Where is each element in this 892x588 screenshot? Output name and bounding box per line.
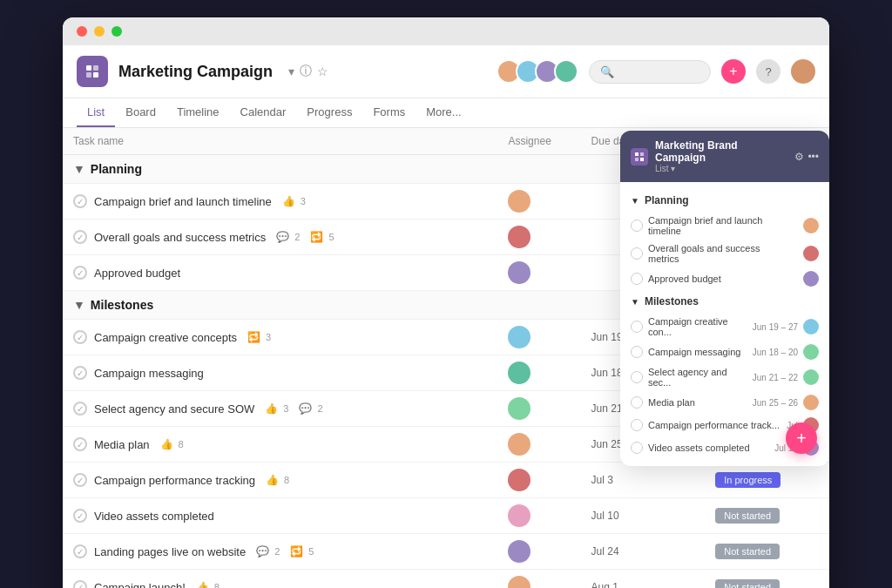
check-icon[interactable]: ✓ bbox=[73, 330, 87, 344]
panel-check-icon bbox=[631, 321, 643, 333]
help-button[interactable]: ? bbox=[756, 59, 780, 84]
svg-rect-2 bbox=[86, 72, 91, 78]
assignee-avatar bbox=[508, 261, 530, 284]
assignee-avatar bbox=[508, 362, 530, 384]
project-name: Marketing Campaign bbox=[118, 63, 273, 81]
status-cell: Not started bbox=[705, 534, 829, 570]
check-icon[interactable]: ✓ bbox=[73, 544, 87, 558]
table-row[interactable]: ✓ Video assets completed Jul 10 Not star… bbox=[63, 498, 829, 534]
tab-progress[interactable]: Progress bbox=[296, 98, 362, 127]
check-icon[interactable]: ✓ bbox=[73, 437, 87, 451]
assignee-cell bbox=[497, 355, 580, 391]
tab-forms[interactable]: Forms bbox=[362, 98, 416, 127]
table-row[interactable]: ✓ Landing pages live on website 💬 2🔁 5 J… bbox=[63, 534, 829, 570]
side-panel-title: Marketing Brand Campaign bbox=[655, 139, 787, 164]
assignee-cell bbox=[497, 463, 580, 498]
status-badge: Not started bbox=[715, 544, 780, 559]
assignee-avatar bbox=[508, 397, 530, 420]
table-row[interactable]: ✓ Campaign launch! 👍 8 Aug 1 Not started bbox=[63, 570, 829, 589]
panel-check-icon bbox=[631, 396, 643, 409]
panel-check-icon bbox=[631, 442, 643, 454]
status-cell: In progress bbox=[705, 463, 829, 498]
task-name: Campaign performance tracking bbox=[94, 474, 255, 487]
svg-rect-1 bbox=[93, 65, 98, 71]
check-icon[interactable]: ✓ bbox=[73, 473, 87, 487]
tab-list[interactable]: List bbox=[77, 98, 115, 127]
svg-rect-3 bbox=[93, 72, 98, 78]
star-icon[interactable]: ☆ bbox=[317, 64, 328, 78]
task-meta: 💬 2 bbox=[299, 402, 322, 415]
minimize-dot[interactable] bbox=[94, 26, 105, 37]
task-meta: 💬 2 bbox=[276, 231, 300, 243]
due-date-cell: Jul 10 bbox=[581, 498, 706, 534]
tab-timeline[interactable]: Timeline bbox=[166, 98, 230, 127]
status-badge: In progress bbox=[715, 472, 780, 488]
search-bar[interactable]: 🔍 bbox=[589, 60, 711, 84]
panel-task-row[interactable]: Overall goals and success metrics bbox=[620, 240, 829, 267]
col-header-name: Task name bbox=[63, 128, 497, 155]
panel-check-icon bbox=[631, 346, 643, 358]
task-name: Campaign creative concepts bbox=[94, 331, 237, 344]
main-window: Marketing Campaign ▾ ⓘ ☆ 🔍 + ? L bbox=[63, 17, 829, 588]
status-badge: Not started bbox=[715, 579, 780, 588]
check-icon[interactable]: ✓ bbox=[73, 194, 87, 208]
chevron-icon: ▼ bbox=[631, 196, 639, 206]
more-icon[interactable]: ••• bbox=[808, 151, 819, 163]
task-name: Landing pages live on website bbox=[94, 545, 246, 558]
panel-task-name: Campaign messaging bbox=[648, 347, 747, 357]
panel-task-row[interactable]: Campaign brief and launch timeline bbox=[620, 212, 829, 240]
panel-avatar bbox=[803, 344, 819, 360]
panel-avatar bbox=[803, 246, 819, 261]
panel-task-name: Campaign performance track... bbox=[648, 420, 781, 430]
user-avatar[interactable] bbox=[791, 59, 815, 84]
check-icon[interactable]: ✓ bbox=[73, 230, 87, 244]
meta-icon: 💬 bbox=[299, 402, 312, 415]
check-icon[interactable]: ✓ bbox=[73, 402, 87, 416]
settings-icon[interactable]: ⚙ bbox=[794, 151, 804, 163]
close-dot[interactable] bbox=[77, 26, 87, 37]
fab-add-button[interactable]: + bbox=[786, 422, 817, 454]
tab-calendar[interactable]: Calendar bbox=[230, 98, 297, 127]
maximize-dot[interactable] bbox=[112, 26, 122, 37]
app-header: Marketing Campaign ▾ ⓘ ☆ 🔍 + ? bbox=[63, 45, 829, 98]
panel-group-header: ▼ Planning bbox=[620, 189, 829, 212]
status-badge: Not started bbox=[715, 508, 780, 524]
check-icon[interactable]: ✓ bbox=[73, 509, 87, 523]
panel-check-icon bbox=[631, 419, 643, 431]
task-meta: 👍 8 bbox=[266, 474, 289, 486]
task-name-cell: ✓ Select agency and secure SOW 👍 3💬 2 bbox=[63, 391, 497, 427]
task-name-cell: ✓ Landing pages live on website 💬 2🔁 5 bbox=[63, 534, 497, 570]
due-date-cell: Aug 1 bbox=[581, 570, 706, 589]
panel-task-row[interactable]: Media plan Jun 25 – 26 bbox=[620, 391, 829, 414]
tab-more[interactable]: More... bbox=[416, 98, 471, 127]
check-icon[interactable]: ✓ bbox=[73, 266, 87, 280]
due-date-cell: Jul 24 bbox=[581, 534, 706, 570]
status-cell: Not started bbox=[705, 498, 829, 534]
panel-avatar bbox=[803, 218, 819, 233]
panel-avatar bbox=[803, 319, 819, 335]
task-name-cell: ✓ Campaign messaging bbox=[63, 355, 497, 391]
meta-icon: 💬 bbox=[256, 545, 269, 558]
check-icon[interactable]: ✓ bbox=[73, 366, 87, 380]
status-cell: Not started bbox=[705, 570, 829, 589]
task-meta: 👍 8 bbox=[196, 581, 220, 588]
panel-avatar bbox=[803, 369, 819, 385]
search-input[interactable] bbox=[619, 65, 699, 78]
task-meta: 💬 2 bbox=[256, 545, 280, 558]
table-row[interactable]: ✓ Campaign performance tracking 👍 8 Jul … bbox=[63, 463, 829, 498]
chevron-down-icon[interactable]: ▾ bbox=[288, 64, 294, 78]
assignee-cell bbox=[497, 320, 580, 355]
panel-task-row[interactable]: Campaign messaging Jun 18 – 20 bbox=[620, 341, 829, 363]
panel-task-name: Campaign brief and launch timeline bbox=[648, 215, 793, 236]
check-icon[interactable]: ✓ bbox=[73, 580, 87, 588]
panel-check-icon bbox=[631, 371, 643, 383]
info-icon[interactable]: ⓘ bbox=[300, 64, 312, 79]
panel-task-row[interactable]: Campaign creative con... Jun 19 – 27 bbox=[620, 313, 829, 341]
panel-task-row[interactable]: Select agency and sec... Jun 21 – 22 bbox=[620, 363, 829, 391]
add-button[interactable]: + bbox=[721, 59, 746, 84]
assignee-cell bbox=[497, 534, 580, 570]
panel-task-row[interactable]: Approved budget bbox=[620, 267, 829, 290]
tab-board[interactable]: Board bbox=[115, 98, 166, 127]
svg-rect-0 bbox=[86, 65, 91, 71]
side-panel-actions: ⚙ ••• bbox=[794, 151, 819, 163]
